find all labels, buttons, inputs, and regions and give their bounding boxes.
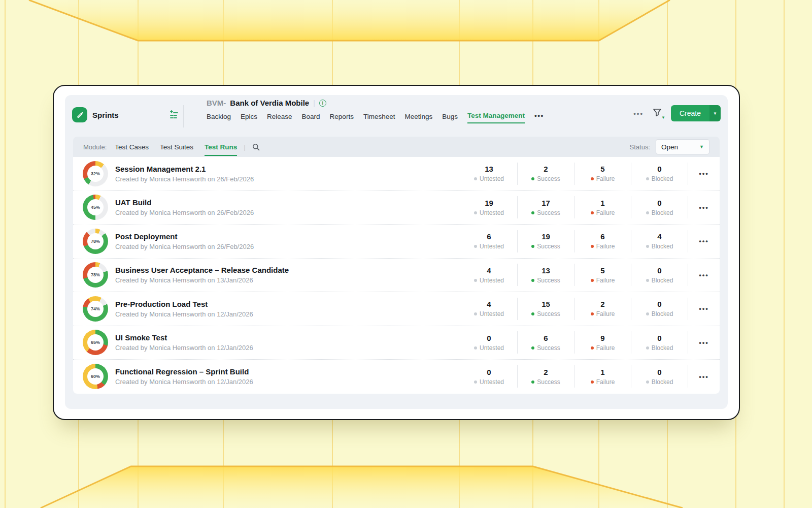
success-count: 2	[518, 165, 574, 173]
test-run-row[interactable]: 74% Pre-Production Load Test Created by …	[73, 292, 720, 326]
module-tab-test-cases[interactable]: Test Cases	[115, 138, 149, 156]
untested-count: 0	[461, 334, 517, 342]
module-tab-test-runs[interactable]: Test Runs	[205, 138, 237, 156]
blocked-dot-icon	[646, 346, 649, 350]
stat-untested: 13 Untested	[461, 163, 518, 185]
create-dropdown-button[interactable]: ▼	[709, 105, 721, 121]
stat-untested: 4 Untested	[461, 298, 518, 320]
progress-donut: 78%	[83, 262, 108, 288]
progress-donut: 78%	[83, 229, 108, 254]
test-run-subtitle: Created by Monica Hemsworth on 13/Jan/20…	[115, 276, 289, 284]
test-run-subtitle: Created by Monica Hemsworth on 26/Feb/20…	[115, 209, 254, 216]
test-run-title[interactable]: Functional Regression – Sprint Build	[115, 367, 253, 376]
sprints-app-window: Sprints BVM- Bank of Verdia Mobile | i	[65, 95, 728, 409]
success-dot-icon	[531, 312, 534, 315]
module-divider: |	[244, 143, 246, 151]
ceiling-glow	[29, 0, 670, 41]
success-dot-icon	[531, 245, 534, 248]
create-button[interactable]: Create	[671, 105, 709, 121]
test-run-subtitle: Created by Monica Hemsworth on 12/Jan/20…	[115, 378, 253, 386]
backlog-list-icon[interactable]	[169, 110, 179, 122]
success-count: 17	[518, 199, 574, 207]
test-run-row[interactable]: 45% UAT Build Created by Monica Hemswort…	[73, 191, 720, 225]
success-dot-icon	[531, 211, 534, 214]
test-run-row[interactable]: 65% UI Smoke Test Created by Monica Hems…	[73, 326, 720, 360]
progress-donut: 32%	[83, 161, 108, 186]
test-run-info: UI Smoke Test Created by Monica Hemswort…	[115, 333, 253, 352]
test-run-title[interactable]: UI Smoke Test	[115, 333, 253, 342]
untested-count: 19	[461, 199, 517, 207]
test-run-row[interactable]: 78% Business User Acceptance – Release C…	[73, 259, 720, 293]
test-run-title[interactable]: Business User Acceptance – Release Candi…	[115, 266, 289, 274]
untested-dot-icon	[474, 211, 477, 214]
untested-label: Untested	[480, 310, 504, 318]
blocked-label: Blocked	[652, 344, 673, 352]
search-icon[interactable]	[252, 143, 260, 151]
test-run-title[interactable]: Session Management 2.1	[115, 165, 254, 173]
progress-percent: 32%	[87, 166, 104, 182]
stat-success: 2 Success	[518, 365, 574, 388]
test-run-list: 32% Session Management 2.1 Created by Mo…	[73, 157, 720, 394]
status-select[interactable]: Open ▼	[656, 139, 709, 154]
stat-blocked: 0 Blocked	[631, 331, 688, 354]
test-run-row[interactable]: 60% Functional Regression – Sprint Build…	[73, 360, 720, 394]
test-run-stats: 13 Untested 2 Success 5 Failure 0 Blocke…	[461, 163, 688, 185]
project-code: BVM-	[207, 99, 226, 107]
untested-label: Untested	[480, 175, 504, 182]
blocked-count: 4	[631, 232, 688, 241]
untested-dot-icon	[474, 380, 477, 384]
row-more-button[interactable]: •••	[688, 271, 720, 279]
row-more-button[interactable]: •••	[688, 305, 720, 312]
header-more-button[interactable]: •••	[633, 110, 644, 117]
failure-count: 1	[574, 368, 631, 376]
module-tab-test-suites[interactable]: Test Suites	[160, 138, 193, 156]
success-label: Success	[537, 378, 560, 386]
test-run-row[interactable]: 78% Post Deployment Created by Monica He…	[73, 225, 720, 259]
stat-blocked: 4 Blocked	[631, 230, 688, 252]
failure-count: 9	[574, 334, 631, 342]
blocked-count: 0	[631, 165, 688, 173]
test-run-title[interactable]: Pre-Production Load Test	[115, 300, 253, 308]
stat-blocked: 0 Blocked	[631, 163, 688, 185]
row-more-button[interactable]: •••	[688, 339, 720, 346]
project-info-icon[interactable]: i	[319, 100, 326, 107]
success-label: Success	[537, 310, 560, 318]
nav-tab-bugs[interactable]: Bugs	[442, 113, 458, 123]
nav-tab-timesheet[interactable]: Timesheet	[363, 113, 395, 123]
test-run-title[interactable]: Post Deployment	[115, 232, 254, 241]
stat-blocked: 0 Blocked	[631, 196, 688, 218]
brand[interactable]: Sprints	[72, 107, 119, 122]
screenshot-card: Sprints BVM- Bank of Verdia Mobile | i	[53, 85, 740, 420]
blocked-dot-icon	[646, 380, 649, 384]
stat-success: 15 Success	[518, 298, 574, 320]
test-run-title[interactable]: UAT Build	[115, 198, 254, 207]
failure-label: Failure	[596, 378, 615, 386]
test-run-info: UAT Build Created by Monica Hemsworth on…	[115, 198, 254, 216]
progress-donut: 65%	[83, 330, 108, 355]
stat-untested: 4 Untested	[461, 264, 518, 286]
test-run-subtitle: Created by Monica Hemsworth on 12/Jan/20…	[115, 310, 253, 318]
blocked-dot-icon	[646, 245, 649, 248]
success-label: Success	[537, 277, 560, 284]
blocked-label: Blocked	[652, 378, 673, 386]
nav-tab-test-management[interactable]: Test Management	[467, 112, 525, 123]
stat-untested: 0 Untested	[461, 365, 518, 388]
row-more-button[interactable]: •••	[688, 170, 720, 177]
status-value: Open	[661, 143, 678, 151]
test-run-row[interactable]: 32% Session Management 2.1 Created by Mo…	[73, 157, 720, 191]
filter-icon[interactable]: ▼	[653, 108, 662, 119]
nav-tab-board[interactable]: Board	[302, 113, 320, 123]
nav-tab-epics[interactable]: Epics	[241, 113, 257, 123]
untested-label: Untested	[480, 378, 504, 386]
row-more-button[interactable]: •••	[688, 373, 720, 380]
nav-tab-release[interactable]: Release	[267, 113, 292, 123]
status-label: Status:	[630, 143, 650, 151]
nav-tab-backlog[interactable]: Backlog	[207, 113, 231, 123]
row-more-button[interactable]: •••	[688, 204, 720, 211]
test-run-stats: 4 Untested 15 Success 2 Failure 0 Blocke…	[461, 298, 688, 320]
row-more-button[interactable]: •••	[688, 237, 720, 245]
project-nav: BacklogEpicsReleaseBoardReportsTimesheet…	[207, 112, 544, 123]
nav-tab-meetings[interactable]: Meetings	[404, 113, 432, 123]
nav-more-button[interactable]: •••	[534, 112, 544, 123]
nav-tab-reports[interactable]: Reports	[330, 113, 354, 123]
